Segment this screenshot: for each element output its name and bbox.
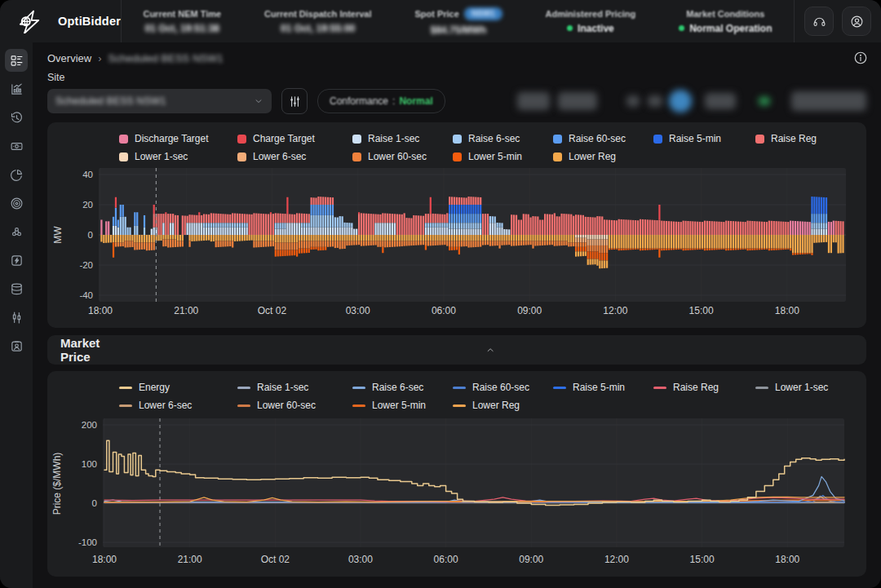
legend-label: Charge Target <box>253 133 315 144</box>
legend-item[interactable]: Raise 5-min <box>553 382 653 393</box>
legend-item[interactable]: Raise Reg <box>755 133 866 144</box>
legend-item[interactable]: Raise 6-sec <box>453 133 553 144</box>
sidebar-item-energy[interactable] <box>5 249 28 272</box>
sidebar-item-cluster[interactable] <box>5 220 28 243</box>
legend-item[interactable]: Energy <box>119 382 237 393</box>
sidebar-item-history[interactable] <box>5 106 28 129</box>
account-button[interactable] <box>842 7 871 36</box>
breadcrumb-overview[interactable]: Overview <box>47 52 91 64</box>
legend-label: Lower 60-sec <box>368 151 427 162</box>
blurred-control-active[interactable] <box>669 90 692 113</box>
price-chart-panel: EnergyRaise 1-secRaise 6-secRaise 60-sec… <box>47 371 866 577</box>
svg-text:18:00: 18:00 <box>775 305 799 316</box>
legend-item[interactable]: Lower 5-min <box>453 151 553 162</box>
collapse-chevron-icon[interactable] <box>127 345 853 355</box>
price-legend: EnergyRaise 1-secRaise 6-secRaise 60-sec… <box>47 371 866 411</box>
legend-swatch <box>119 387 132 389</box>
stat-market-conditions: Market Conditions Normal Operation <box>679 10 772 33</box>
blurred-control[interactable] <box>517 92 550 110</box>
region-badge[interactable]: NSW1 <box>464 7 502 20</box>
legend-item[interactable]: Raise 1-sec <box>352 133 453 144</box>
blurred-control[interactable] <box>705 93 736 109</box>
legend-item[interactable]: Discharge Target <box>119 133 237 144</box>
legend-label: Lower 1-sec <box>775 382 828 393</box>
legend-item[interactable]: Lower 5-min <box>352 400 453 411</box>
support-button[interactable] <box>804 7 834 36</box>
legend-item[interactable]: Raise 6-sec <box>352 382 453 393</box>
svg-text:200: 200 <box>82 420 97 430</box>
sidebar-item-contacts[interactable] <box>5 334 28 357</box>
legend-item[interactable]: Raise 5-min <box>653 133 755 144</box>
sidebar-item-candlestick[interactable] <box>5 306 28 329</box>
dispatch-legend: Discharge TargetCharge TargetRaise 1-sec… <box>47 122 866 162</box>
sidebar-item-dashboard[interactable] <box>5 49 28 72</box>
legend-item[interactable]: Raise 1-sec <box>237 382 352 393</box>
status-text: Normal Operation <box>689 24 772 33</box>
dispatch-chart[interactable]: 40200-20-4018:0021:00Oct 0203:0006:0009:… <box>47 166 851 318</box>
blurred-control[interactable] <box>648 95 662 107</box>
legend-item[interactable]: Charge Target <box>237 133 352 144</box>
legend-swatch <box>352 387 365 389</box>
svg-text:Oct 02: Oct 02 <box>258 305 287 316</box>
legend-swatch <box>653 135 662 144</box>
legend-swatch <box>553 153 562 161</box>
stat-label: Administered Pricing <box>546 10 636 19</box>
legend-label: Energy <box>139 382 170 393</box>
svg-text:21:00: 21:00 <box>178 554 202 565</box>
status-text: Inactive <box>578 24 614 33</box>
sidebar-item-analytics[interactable] <box>5 77 28 100</box>
stat-dispatch-interval: Current Dispatch Interval 01 Oct, 19:55:… <box>264 10 371 33</box>
app-name: OptiBidder <box>58 15 121 28</box>
site-select[interactable]: Scheduled BESS NSW1 <box>47 89 272 113</box>
filter-button[interactable] <box>281 88 308 114</box>
legend-item[interactable]: Lower 60-sec <box>352 151 453 162</box>
legend-label: Raise 5-min <box>669 133 721 144</box>
info-button[interactable] <box>853 51 868 65</box>
blurred-control[interactable] <box>558 92 597 110</box>
legend-swatch <box>453 387 466 389</box>
svg-text:15:00: 15:00 <box>690 554 715 565</box>
legend-label: Raise 6-sec <box>372 382 423 393</box>
legend-item[interactable]: Lower 60-sec <box>237 400 352 411</box>
legend-item[interactable]: Lower 1-sec <box>119 151 237 162</box>
legend-label: Discharge Target <box>135 133 209 144</box>
stat-label: Market Conditions <box>679 10 772 19</box>
sidebar-item-pie[interactable] <box>5 163 28 186</box>
sidebar-item-cash[interactable] <box>5 135 28 157</box>
stat-administered-pricing: Administered Pricing Inactive <box>546 10 636 33</box>
optibidder-app: OptiBidder Current NEM Time 01 Oct, 19:5… <box>0 0 881 588</box>
header-actions <box>795 7 881 36</box>
legend-label: Lower Reg <box>569 151 616 162</box>
stat-label: Current NEM Time <box>143 10 221 19</box>
svg-text:21:00: 21:00 <box>174 305 198 316</box>
legend-item[interactable]: Lower 6-sec <box>237 151 352 162</box>
breadcrumb: Overview › Scheduled BESS NSW1 <box>33 42 881 65</box>
legend-swatch <box>119 135 128 144</box>
legend-item[interactable]: Lower Reg <box>453 400 553 411</box>
legend-label: Raise Reg <box>771 133 817 144</box>
legend-item[interactable]: Lower 1-sec <box>755 382 866 393</box>
header-stats: Current NEM Time 01 Oct, 19:51:38 Curren… <box>121 0 795 42</box>
legend-item[interactable]: Raise Reg <box>653 382 755 393</box>
stat-value: $84.75/MWh <box>414 25 502 35</box>
svg-text:18:00: 18:00 <box>88 305 113 316</box>
blurred-control[interactable] <box>759 97 770 105</box>
legend-swatch <box>352 153 361 161</box>
chevron-down-icon <box>254 96 263 106</box>
sidebar-item-target[interactable] <box>5 192 28 214</box>
legend-item[interactable]: Lower Reg <box>553 151 653 162</box>
blurred-control[interactable] <box>626 95 640 107</box>
svg-text:40: 40 <box>82 170 93 179</box>
price-chart[interactable]: 2001000-10018:0021:00Oct 0203:0006:0009:… <box>47 415 851 575</box>
legend-label: Lower 6-sec <box>253 151 306 162</box>
svg-text:Price ($/MWh): Price ($/MWh) <box>51 453 63 515</box>
legend-item[interactable]: Raise 60-sec <box>553 133 653 144</box>
legend-item[interactable]: Lower 6-sec <box>119 400 237 411</box>
sidebar-item-database[interactable] <box>5 277 28 300</box>
legend-swatch <box>755 135 764 144</box>
legend-label: Raise 60-sec <box>472 382 529 393</box>
legend-swatch <box>237 135 246 144</box>
blurred-control[interactable] <box>791 91 866 111</box>
legend-item[interactable]: Raise 60-sec <box>453 382 553 393</box>
stat-label: Current Dispatch Interval <box>264 10 371 19</box>
